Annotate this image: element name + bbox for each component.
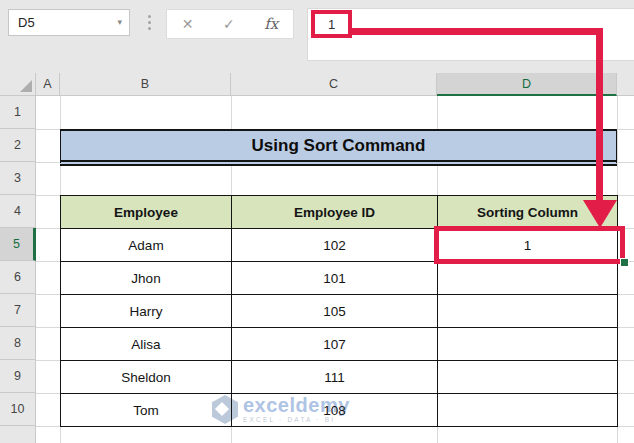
row-header-1[interactable]: 1 xyxy=(0,96,36,129)
table-cell[interactable]: 107 xyxy=(232,328,438,361)
row-header-partial[interactable] xyxy=(0,426,36,443)
arrow-horizontal-segment xyxy=(349,28,603,35)
column-header-d-selected[interactable]: D xyxy=(437,73,617,96)
table-cell[interactable]: Alisa xyxy=(61,328,232,361)
arrow-head-icon xyxy=(583,200,617,228)
row-header-2[interactable]: 2 xyxy=(0,129,36,162)
table-cell[interactable] xyxy=(438,394,618,427)
row-header-7[interactable]: 7 xyxy=(0,294,36,327)
formula-value: 1 xyxy=(328,17,335,32)
column-header-partial[interactable] xyxy=(617,73,634,96)
table-cell[interactable]: Harry xyxy=(61,295,232,328)
formula-buttons: ✕ ✓ fx xyxy=(166,9,294,39)
title-cell[interactable]: Using Sort Command xyxy=(60,129,617,166)
row-header-6[interactable]: 6 xyxy=(0,261,36,294)
table-cell[interactable]: 105 xyxy=(232,295,438,328)
table-cell[interactable] xyxy=(438,361,618,394)
row-header-10[interactable]: 10 xyxy=(0,393,36,426)
table-row: Tom 108 xyxy=(61,394,618,427)
column-header-c[interactable]: C xyxy=(231,73,437,96)
select-all-icon xyxy=(20,80,32,92)
table-cell[interactable] xyxy=(438,328,618,361)
cancel-icon[interactable]: ✕ xyxy=(182,17,194,31)
table-cell[interactable]: 111 xyxy=(232,361,438,394)
cell-d5-highlight-box xyxy=(434,226,625,264)
name-box[interactable]: D5 ▾ xyxy=(8,9,130,36)
table-cell[interactable] xyxy=(438,295,618,328)
arrow-vertical-segment xyxy=(596,28,603,202)
table-cell[interactable]: 101 xyxy=(232,262,438,295)
row-header-4[interactable]: 4 xyxy=(0,195,36,228)
row-header-3[interactable]: 3 xyxy=(0,162,36,195)
table-cell[interactable]: Tom xyxy=(61,394,232,427)
table-row: Sheldon 111 xyxy=(61,361,618,394)
formula-value-highlight-box: 1 xyxy=(311,10,352,38)
table-header-row: Employee Employee ID Sorting Column xyxy=(61,196,618,229)
formula-bar-handle-icon[interactable] xyxy=(148,15,151,30)
table-row: Alisa 107 xyxy=(61,328,618,361)
excel-window: D5 ▾ ✕ ✓ fx 1 A B C D 1 2 3 4 5 6 7 8 9 … xyxy=(0,0,634,443)
table-cell[interactable]: Jhon xyxy=(61,262,232,295)
table-cell[interactable]: 108 xyxy=(232,394,438,427)
table-row: Harry 105 xyxy=(61,295,618,328)
row-header-9[interactable]: 9 xyxy=(0,360,36,393)
insert-function-icon[interactable]: fx xyxy=(264,17,278,32)
select-all-button[interactable] xyxy=(0,73,36,96)
table-header-cell[interactable]: Employee ID xyxy=(232,196,438,229)
confirm-icon[interactable]: ✓ xyxy=(223,17,235,31)
column-header-a[interactable]: A xyxy=(36,73,60,96)
table-row: Jhon 101 xyxy=(61,262,618,295)
table-cell[interactable]: Adam xyxy=(61,229,232,262)
row-header-8[interactable]: 8 xyxy=(0,327,36,360)
table-cell[interactable] xyxy=(438,262,618,295)
column-header-b[interactable]: B xyxy=(60,73,231,96)
chevron-down-icon[interactable]: ▾ xyxy=(117,18,122,27)
name-box-value: D5 xyxy=(18,15,35,30)
table-cell[interactable]: 102 xyxy=(232,229,438,262)
formula-bar-area: D5 ▾ ✕ ✓ fx 1 xyxy=(0,0,634,73)
fill-handle[interactable] xyxy=(620,258,629,267)
table-cell[interactable]: Sheldon xyxy=(61,361,232,394)
row-header-5-selected[interactable]: 5 xyxy=(0,228,36,261)
table-header-cell[interactable]: Employee xyxy=(61,196,232,229)
